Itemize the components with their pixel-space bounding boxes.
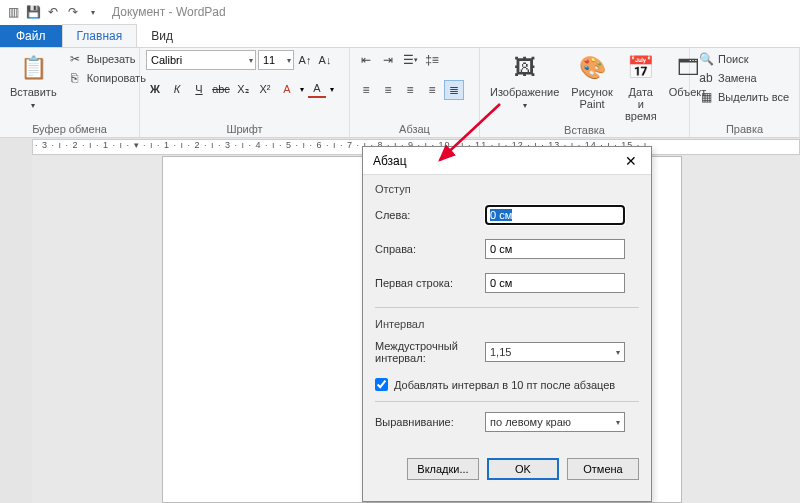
tab-view[interactable]: Вид [137, 25, 187, 47]
select-all-button[interactable]: ▦Выделить все [696, 88, 791, 106]
select-icon: ▦ [698, 89, 714, 105]
underline-button[interactable]: Ч [190, 80, 208, 98]
paste-label: Вставить [10, 86, 57, 98]
calendar-icon: 📅 [625, 52, 657, 84]
paste-button[interactable]: 📋 Вставить▾ [6, 50, 61, 114]
alignment-select[interactable]: по левому краю▾ [485, 412, 625, 432]
alignment-label: Выравнивание: [375, 416, 485, 428]
group-clipboard-label: Буфер обмена [6, 123, 133, 137]
left-gutter [0, 156, 32, 503]
cut-icon: ✂ [67, 51, 83, 67]
group-font-label: Шрифт [146, 123, 343, 137]
add-space-after-checkbox[interactable] [375, 378, 388, 391]
add-space-after-label: Добавлять интервал в 10 пт после абзацев [394, 379, 615, 391]
group-editing: 🔍Поиск abЗамена ▦Выделить все Правка [690, 48, 800, 137]
cut-button[interactable]: ✂Вырезать [65, 50, 148, 68]
shrink-font-icon[interactable]: A↓ [316, 51, 334, 69]
title-bar: ▥ 💾 ↶ ↷ ▾ Документ - WordPad [0, 0, 800, 24]
font-size-value: 11 [263, 54, 275, 66]
replace-label: Замена [718, 72, 757, 84]
copy-button[interactable]: ⎘Копировать [65, 69, 148, 87]
indent-right-label: Справа: [375, 243, 485, 255]
group-font: Calibri▾ 11▾ A↑ A↓ Ж К Ч abc X₂ X² A▾ A▾… [140, 48, 350, 137]
undo-icon[interactable]: ↶ [44, 3, 62, 21]
insert-datetime-button[interactable]: 📅Дата и время [621, 50, 661, 124]
decrease-indent-icon[interactable]: ⇤ [356, 50, 376, 70]
line-spacing-icon[interactable]: ‡≡ [422, 50, 442, 70]
qat-dropdown-icon[interactable]: ▾ [84, 3, 102, 21]
italic-button[interactable]: К [168, 80, 186, 98]
chevron-down-icon: ▾ [616, 418, 620, 427]
tab-home[interactable]: Главная [62, 24, 138, 47]
align-center-icon[interactable]: ≡ [378, 80, 398, 100]
cancel-button[interactable]: Отмена [567, 458, 639, 480]
close-icon[interactable]: ✕ [617, 151, 645, 171]
cut-label: Вырезать [87, 53, 136, 65]
paragraph-dialog: Абзац ✕ Отступ Слева: Справа: Первая стр… [362, 146, 652, 502]
line-spacing-select[interactable]: 1,15▾ [485, 342, 625, 362]
tabs-button[interactable]: Вкладки... [407, 458, 479, 480]
ribbon: 📋 Вставить▾ ✂Вырезать ⎘Копировать Буфер … [0, 48, 800, 138]
group-paragraph: ⇤ ⇥ ☰▾ ‡≡ ≡ ≡ ≡ ≡ ≣ Абзац [350, 48, 480, 137]
ribbon-tabs: Файл Главная Вид [0, 24, 800, 48]
replace-icon: ab [698, 70, 714, 86]
paint-icon: 🎨 [576, 52, 608, 84]
insert-paint-button[interactable]: 🎨Рисунок Paint [567, 50, 617, 112]
indent-right-input[interactable] [485, 239, 625, 259]
first-line-label: Первая строка: [375, 277, 485, 289]
highlight-button[interactable]: A [278, 80, 296, 98]
dialog-title: Абзац [373, 154, 407, 168]
font-size-combo[interactable]: 11▾ [258, 50, 294, 70]
insert-image-button[interactable]: 🖼Изображение▾ [486, 50, 563, 114]
font-color-button[interactable]: A [308, 80, 326, 98]
paragraph-dialog-icon[interactable]: ≣ [444, 80, 464, 100]
tab-file[interactable]: Файл [0, 25, 62, 47]
save-icon[interactable]: 💾 [24, 3, 42, 21]
find-label: Поиск [718, 53, 748, 65]
ruler-gutter [0, 138, 32, 156]
image-icon: 🖼 [509, 52, 541, 84]
window-title: Документ - WordPad [112, 5, 226, 19]
group-paragraph-label: Абзац [356, 123, 473, 137]
increase-indent-icon[interactable]: ⇥ [378, 50, 398, 70]
group-insert-label: Вставка [486, 124, 683, 138]
bold-button[interactable]: Ж [146, 80, 164, 98]
chevron-down-icon: ▾ [287, 56, 291, 65]
alignment-value: по левому краю [490, 416, 571, 428]
first-line-input[interactable] [485, 273, 625, 293]
line-spacing-value: 1,15 [490, 346, 511, 358]
app-menu-icon[interactable]: ▥ [4, 3, 22, 21]
quick-access-toolbar: ▥ 💾 ↶ ↷ ▾ [4, 3, 102, 21]
find-button[interactable]: 🔍Поиск [696, 50, 791, 68]
indent-left-label: Слева: [375, 209, 485, 221]
grow-font-icon[interactable]: A↑ [296, 51, 314, 69]
superscript-button[interactable]: X² [256, 80, 274, 98]
search-icon: 🔍 [698, 51, 714, 67]
paste-icon: 📋 [17, 52, 49, 84]
group-editing-label: Правка [696, 123, 793, 137]
group-clipboard: 📋 Вставить▾ ✂Вырезать ⎘Копировать Буфер … [0, 48, 140, 137]
subscript-button[interactable]: X₂ [234, 80, 252, 98]
dialog-titlebar: Абзац ✕ [363, 147, 651, 175]
replace-button[interactable]: abЗамена [696, 69, 791, 87]
chevron-down-icon: ▾ [249, 56, 253, 65]
ok-button[interactable]: OK [487, 458, 559, 480]
insert-image-label: Изображение [490, 86, 559, 98]
align-right-icon[interactable]: ≡ [400, 80, 420, 100]
group-insert: 🖼Изображение▾ 🎨Рисунок Paint 📅Дата и вре… [480, 48, 690, 137]
copy-label: Копировать [87, 72, 146, 84]
redo-icon[interactable]: ↷ [64, 3, 82, 21]
indent-left-input[interactable] [485, 205, 625, 225]
bullets-icon[interactable]: ☰▾ [400, 50, 420, 70]
interval-section-label: Интервал [375, 318, 639, 330]
select-label: Выделить все [718, 91, 789, 103]
indent-section-label: Отступ [375, 183, 639, 195]
line-spacing-label: Междустрочный интервал: [375, 340, 485, 364]
insert-paint-label: Рисунок Paint [571, 86, 613, 110]
chevron-down-icon: ▾ [616, 348, 620, 357]
font-name-combo[interactable]: Calibri▾ [146, 50, 256, 70]
font-name-value: Calibri [151, 54, 182, 66]
align-left-icon[interactable]: ≡ [356, 80, 376, 100]
justify-icon[interactable]: ≡ [422, 80, 442, 100]
strike-button[interactable]: abc [212, 80, 230, 98]
